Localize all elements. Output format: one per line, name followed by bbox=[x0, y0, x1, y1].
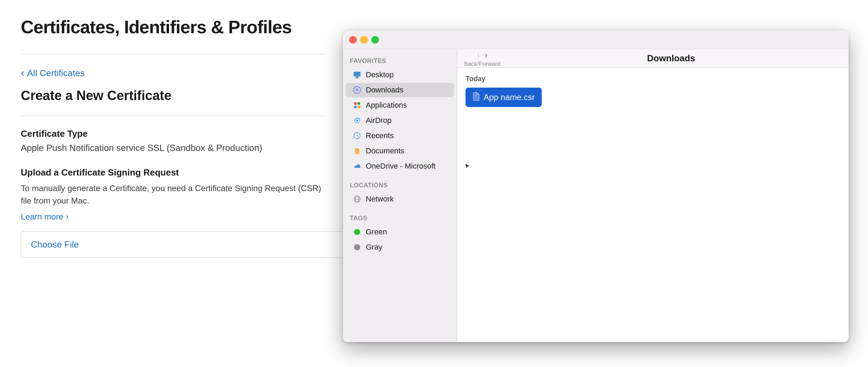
date-section-label: Today bbox=[466, 75, 840, 83]
finder-body: Favorites Desktop bbox=[343, 49, 849, 342]
green-tag-label: Green bbox=[366, 227, 387, 236]
toolbar-center: Downloads bbox=[506, 53, 836, 64]
file-icon bbox=[472, 92, 480, 103]
airdrop-label: AirDrop bbox=[366, 116, 392, 125]
recents-icon bbox=[353, 131, 362, 140]
choose-file-button[interactable]: Choose File bbox=[21, 231, 346, 258]
section-title: Create a New Certificate bbox=[21, 88, 326, 103]
cert-type-field: Certificate Type Apple Push Notification… bbox=[21, 128, 326, 153]
locations-label: Locations bbox=[343, 179, 457, 191]
network-label: Network bbox=[366, 195, 394, 204]
sidebar-item-documents[interactable]: Documents bbox=[346, 144, 454, 158]
maximize-button[interactable] bbox=[371, 36, 379, 44]
finder-sidebar: Favorites Desktop bbox=[343, 49, 457, 342]
cert-type-value: Apple Push Notification service SSL (San… bbox=[21, 143, 326, 153]
favorites-label: Favorites bbox=[343, 55, 457, 67]
cert-type-label: Certificate Type bbox=[21, 128, 326, 139]
sidebar-item-tag-gray[interactable]: Gray bbox=[346, 240, 454, 254]
network-icon bbox=[353, 195, 362, 204]
gray-tag-label: Gray bbox=[366, 243, 382, 252]
applications-icon bbox=[353, 101, 362, 110]
sidebar-item-recents[interactable]: Recents bbox=[346, 128, 454, 143]
tags-label: Tags bbox=[343, 212, 457, 224]
window-controls bbox=[349, 36, 379, 44]
top-divider bbox=[21, 54, 326, 54]
close-button[interactable] bbox=[349, 36, 357, 44]
nav-arrows: ‹ › bbox=[475, 50, 489, 61]
svg-rect-0 bbox=[354, 72, 361, 77]
back-button[interactable]: ‹ bbox=[475, 50, 482, 61]
desktop-icon bbox=[353, 70, 362, 79]
documents-icon bbox=[353, 146, 362, 155]
svg-point-4 bbox=[354, 102, 357, 105]
svg-point-5 bbox=[357, 102, 360, 105]
sidebar-item-applications[interactable]: Applications bbox=[346, 98, 454, 113]
learn-more-link[interactable]: Learn more bbox=[21, 212, 68, 222]
back-link[interactable]: All Certificates bbox=[21, 67, 326, 79]
onedrive-label: OneDrive - Microsoft bbox=[366, 162, 436, 171]
back-forward-area: ‹ › Back/Forward bbox=[464, 50, 501, 68]
finder-toolbar: ‹ › Back/Forward Downloads bbox=[457, 49, 849, 68]
section-divider bbox=[21, 116, 326, 116]
finder-main: ‹ › Back/Forward Downloads Today bbox=[457, 49, 849, 342]
file-item[interactable]: App name.csr bbox=[466, 88, 542, 107]
svg-point-6 bbox=[354, 106, 357, 108]
onedrive-icon bbox=[353, 162, 362, 171]
file-name: App name.csr bbox=[484, 92, 535, 102]
green-tag-icon bbox=[353, 227, 362, 236]
gray-tag-icon bbox=[353, 243, 362, 252]
finder-window-title: Downloads bbox=[506, 53, 836, 64]
page-title: Certificates, Identifiers & Profiles bbox=[21, 17, 326, 37]
desktop-label: Desktop bbox=[366, 70, 394, 79]
page-content: Certificates, Identifiers & Profiles All… bbox=[0, 0, 346, 287]
minimize-button[interactable] bbox=[360, 36, 368, 44]
svg-rect-2 bbox=[355, 78, 359, 78]
forward-button[interactable]: › bbox=[482, 50, 489, 61]
toolbar-left: ‹ › Back/Forward bbox=[464, 50, 501, 68]
documents-label: Documents bbox=[366, 146, 404, 155]
sidebar-item-desktop[interactable]: Desktop bbox=[346, 68, 454, 82]
applications-label: Applications bbox=[366, 101, 407, 110]
sidebar-item-downloads[interactable]: Downloads bbox=[346, 83, 454, 97]
upload-description: To manually generate a Certificate, you … bbox=[21, 182, 326, 207]
finder-content: Today App name.csr bbox=[457, 68, 849, 342]
svg-rect-1 bbox=[356, 77, 358, 78]
svg-point-7 bbox=[357, 106, 360, 108]
back-forward-label: Back/Forward bbox=[464, 61, 501, 68]
airdrop-icon bbox=[353, 116, 362, 125]
downloads-label: Downloads bbox=[366, 86, 404, 95]
recents-label: Recents bbox=[366, 131, 394, 140]
finder-window: Favorites Desktop bbox=[343, 30, 849, 342]
upload-title: Upload a Certificate Signing Request bbox=[21, 167, 326, 178]
upload-section: Upload a Certificate Signing Request To … bbox=[21, 167, 326, 258]
sidebar-item-onedrive[interactable]: OneDrive - Microsoft bbox=[346, 159, 454, 173]
sidebar-item-tag-green[interactable]: Green bbox=[346, 225, 454, 239]
finder-titlebar bbox=[343, 30, 849, 49]
downloads-icon bbox=[353, 86, 362, 95]
sidebar-item-airdrop[interactable]: AirDrop bbox=[346, 113, 454, 128]
sidebar-item-network[interactable]: Network bbox=[346, 192, 454, 206]
